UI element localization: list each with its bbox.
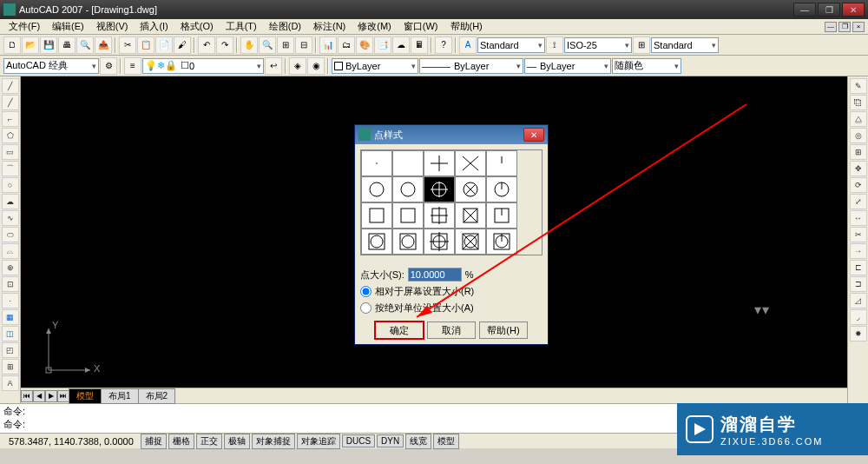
scale-icon[interactable]: ⤢ bbox=[850, 194, 867, 209]
tab-next-button[interactable]: ▶ bbox=[45, 390, 57, 402]
pt-style-square-dot[interactable] bbox=[361, 202, 392, 229]
pline-icon[interactable]: ⌐ bbox=[2, 111, 19, 127]
textstyle-icon[interactable]: A bbox=[459, 36, 477, 54]
calc-icon[interactable]: 🖩 bbox=[411, 36, 428, 54]
menu-format[interactable]: 格式(O) bbox=[175, 19, 219, 34]
copy-obj-icon[interactable]: ⿻ bbox=[850, 95, 867, 110]
textstyle-select[interactable]: Standard bbox=[477, 37, 545, 53]
minimize-button[interactable]: — bbox=[793, 3, 816, 17]
menu-tools[interactable]: 工具(T) bbox=[220, 19, 262, 34]
stretch-icon[interactable]: ↔ bbox=[850, 210, 867, 226]
ducs-toggle[interactable]: DUCS bbox=[342, 434, 375, 447]
pt-style-circle-dot[interactable] bbox=[361, 176, 392, 202]
dc-icon[interactable]: 🗂 bbox=[338, 36, 355, 54]
array-icon[interactable]: ⊞ bbox=[850, 144, 867, 160]
line-icon[interactable]: ╱ bbox=[2, 78, 19, 94]
fillet-icon[interactable]: ◞ bbox=[850, 309, 867, 325]
revcloud-icon[interactable]: ☁ bbox=[2, 194, 19, 209]
pt-style-square-plus[interactable] bbox=[424, 202, 455, 229]
menu-view[interactable]: 视图(V) bbox=[91, 19, 134, 34]
publish-icon[interactable]: 📤 bbox=[95, 36, 112, 54]
undo-icon[interactable]: ↶ bbox=[198, 36, 215, 54]
paste-icon[interactable]: 📄 bbox=[155, 36, 173, 54]
workspace-select[interactable]: AutoCAD 经典 bbox=[3, 58, 99, 74]
pt-style-sq-circ-tick[interactable] bbox=[486, 229, 517, 255]
ellipse-icon[interactable]: ⬭ bbox=[2, 227, 19, 242]
pt-style-x[interactable] bbox=[455, 150, 486, 176]
doc-minimize-button[interactable]: — bbox=[825, 22, 837, 32]
pan-icon[interactable]: ✋ bbox=[240, 36, 258, 54]
cancel-button[interactable]: 取消 bbox=[427, 321, 476, 339]
menu-dim[interactable]: 标注(N) bbox=[308, 19, 351, 34]
open-icon[interactable]: 📂 bbox=[22, 36, 39, 54]
grid-toggle[interactable]: 栅格 bbox=[168, 434, 194, 449]
menu-draw[interactable]: 绘图(D) bbox=[264, 19, 306, 34]
menu-window[interactable]: 窗口(W) bbox=[398, 19, 444, 34]
erase-icon[interactable]: ✎ bbox=[850, 78, 867, 94]
hatch-icon[interactable]: ▦ bbox=[2, 309, 19, 325]
ellipsearc-icon[interactable]: ⌓ bbox=[2, 243, 19, 259]
polar-toggle[interactable]: 极轴 bbox=[224, 434, 250, 449]
color-select[interactable]: ByLayer bbox=[332, 58, 418, 74]
tab-layout2[interactable]: 布局2 bbox=[138, 388, 176, 404]
dialog-close-button[interactable]: ✕ bbox=[523, 128, 544, 142]
rectangle-icon[interactable]: ▭ bbox=[2, 144, 19, 160]
dialog-titlebar[interactable]: 点样式 ✕ bbox=[355, 125, 548, 144]
cut-icon[interactable]: ✂ bbox=[119, 36, 136, 54]
move-icon[interactable]: ✥ bbox=[850, 161, 867, 176]
layer-iso-icon[interactable]: ◉ bbox=[307, 57, 325, 75]
pt-style-square-x[interactable] bbox=[455, 202, 486, 229]
menu-insert[interactable]: 插入(I) bbox=[135, 19, 173, 34]
spline-icon[interactable]: ∿ bbox=[2, 210, 19, 226]
rotate-icon[interactable]: ⟳ bbox=[850, 177, 867, 193]
relative-size-radio[interactable] bbox=[360, 286, 372, 297]
maximize-button[interactable]: ❐ bbox=[818, 3, 840, 17]
pt-style-plus[interactable] bbox=[424, 150, 455, 176]
pt-style-sq-circ-plus[interactable] bbox=[424, 229, 455, 255]
arc-icon[interactable]: ⌒ bbox=[2, 161, 19, 176]
osnap-toggle[interactable]: 对象捕捉 bbox=[252, 434, 295, 449]
otrack-toggle[interactable]: 对象追踪 bbox=[297, 434, 340, 449]
save-icon[interactable]: 💾 bbox=[40, 36, 57, 54]
help-icon[interactable]: ? bbox=[435, 36, 452, 54]
dimstyle-select[interactable]: ISO-25 bbox=[564, 37, 632, 53]
close-button[interactable]: ✕ bbox=[842, 3, 865, 17]
tab-last-button[interactable]: ⏭ bbox=[57, 390, 69, 402]
tab-layout1[interactable]: 布局1 bbox=[101, 388, 139, 404]
pt-style-square[interactable] bbox=[392, 202, 424, 229]
ws-settings-icon[interactable]: ⚙ bbox=[100, 57, 117, 75]
pt-style-sq-circ-x[interactable] bbox=[455, 229, 486, 255]
preview-icon[interactable]: 🔍 bbox=[76, 36, 94, 54]
mirror-icon[interactable]: ⧋ bbox=[850, 111, 867, 127]
layer-mgr-icon[interactable]: ≡ bbox=[124, 57, 141, 75]
help-button[interactable]: 帮助(H) bbox=[479, 321, 528, 339]
lineweight-select[interactable]: —ByLayer bbox=[524, 58, 611, 74]
layer-state-icon[interactable]: ◈ bbox=[289, 57, 306, 75]
xline-icon[interactable]: ╱ bbox=[2, 95, 19, 110]
print-icon[interactable]: 🖶 bbox=[58, 36, 76, 54]
props-icon[interactable]: 📊 bbox=[319, 36, 337, 54]
new-icon[interactable]: 🗋 bbox=[3, 36, 21, 54]
copy-icon[interactable]: 📋 bbox=[137, 36, 155, 54]
extend-icon[interactable]: → bbox=[850, 243, 867, 259]
table-icon[interactable]: ⊞ bbox=[2, 359, 19, 375]
menu-edit[interactable]: 编辑(E) bbox=[47, 19, 89, 34]
pt-style-blank[interactable] bbox=[392, 150, 424, 176]
tab-first-button[interactable]: ⏮ bbox=[21, 390, 33, 402]
point-size-input[interactable] bbox=[408, 268, 462, 282]
tab-prev-button[interactable]: ◀ bbox=[33, 390, 45, 402]
pt-style-circle[interactable] bbox=[392, 176, 424, 202]
layer-prev-icon[interactable]: ↩ bbox=[265, 57, 282, 75]
model-toggle[interactable]: 模型 bbox=[433, 434, 459, 449]
layer-select[interactable]: 💡❄🔒☐ 0 bbox=[142, 58, 264, 74]
block-icon[interactable]: ⊡ bbox=[2, 276, 19, 292]
mtext-icon[interactable]: A bbox=[2, 375, 19, 391]
ssc-icon[interactable]: 📑 bbox=[374, 36, 391, 54]
tp-icon[interactable]: 🎨 bbox=[356, 36, 373, 54]
chamfer-icon[interactable]: ◿ bbox=[850, 293, 867, 308]
doc-close-button[interactable]: × bbox=[852, 22, 865, 32]
plotcolor-select[interactable]: 随颜色 bbox=[612, 58, 681, 74]
zoom-win-icon[interactable]: ⊞ bbox=[277, 36, 294, 54]
snap-toggle[interactable]: 捕捉 bbox=[141, 434, 167, 449]
tablestyle-select[interactable]: Standard bbox=[651, 37, 719, 53]
